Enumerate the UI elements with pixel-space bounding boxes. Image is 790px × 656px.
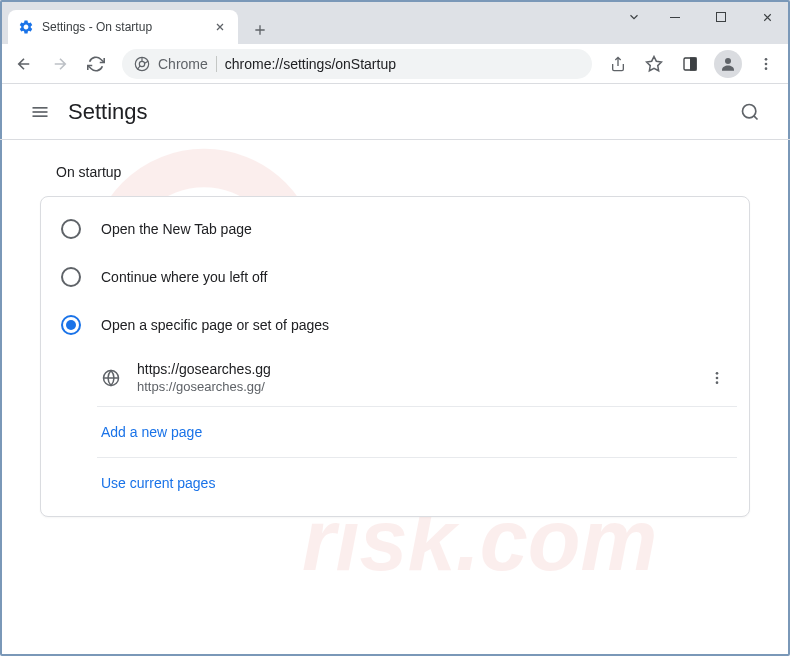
back-button[interactable] [8, 48, 40, 80]
svg-rect-14 [33, 107, 48, 109]
svg-point-6 [725, 58, 731, 64]
maximize-button[interactable] [698, 0, 744, 34]
radio-icon [61, 267, 81, 287]
address-bar[interactable]: Chrome chrome://settings/onStartup [122, 49, 592, 79]
divider [216, 56, 217, 72]
svg-rect-5 [691, 58, 696, 70]
side-panel-icon[interactable] [674, 48, 706, 80]
hamburger-menu-icon[interactable] [20, 92, 60, 132]
reload-button[interactable] [80, 48, 112, 80]
svg-point-21 [716, 381, 719, 384]
section-heading: On startup [40, 164, 750, 180]
new-tab-button[interactable] [246, 16, 274, 44]
bookmark-icon[interactable] [638, 48, 670, 80]
globe-icon [101, 368, 121, 388]
chrome-icon [134, 56, 150, 72]
svg-rect-1 [717, 13, 726, 22]
omnibox-origin: Chrome [158, 56, 208, 72]
more-icon[interactable] [701, 362, 733, 394]
svg-point-20 [716, 376, 719, 379]
radio-label: Open the New Tab page [101, 221, 252, 237]
page-name: https://gosearches.gg [137, 361, 685, 377]
omnibox-url: chrome://settings/onStartup [225, 56, 396, 72]
tab-title: Settings - On startup [42, 20, 204, 34]
share-icon[interactable] [602, 48, 634, 80]
svg-rect-15 [33, 111, 48, 113]
radio-label: Continue where you left off [101, 269, 267, 285]
use-current-pages-link[interactable]: Use current pages [97, 458, 737, 508]
page-title: Settings [68, 99, 148, 125]
radio-specific-pages[interactable]: Open a specific page or set of pages [41, 301, 749, 349]
gear-icon [18, 19, 34, 35]
svg-point-9 [765, 67, 768, 70]
radio-open-new-tab[interactable]: Open the New Tab page [41, 205, 749, 253]
search-icon[interactable] [730, 92, 770, 132]
add-page-link[interactable]: Add a new page [97, 407, 737, 458]
radio-icon [61, 315, 81, 335]
svg-rect-0 [670, 17, 680, 18]
forward-button[interactable] [44, 48, 76, 80]
radio-label: Open a specific page or set of pages [101, 317, 329, 333]
svg-rect-16 [33, 115, 48, 117]
radio-continue[interactable]: Continue where you left off [41, 253, 749, 301]
startup-page-row: https://gosearches.gg https://gosearches… [97, 349, 737, 407]
link-label: Add a new page [101, 424, 202, 440]
page-url: https://gosearches.gg/ [137, 379, 685, 394]
svg-point-17 [743, 104, 756, 117]
radio-icon [61, 219, 81, 239]
startup-card: Open the New Tab page Continue where you… [40, 196, 750, 517]
svg-point-3 [139, 61, 144, 66]
svg-point-8 [765, 62, 768, 65]
link-label: Use current pages [101, 475, 215, 491]
browser-tab[interactable]: Settings - On startup [8, 10, 238, 44]
close-window-button[interactable] [744, 0, 790, 34]
minimize-button[interactable] [652, 0, 698, 34]
svg-point-19 [716, 372, 719, 375]
menu-icon[interactable] [750, 48, 782, 80]
profile-avatar[interactable] [714, 50, 742, 78]
close-icon[interactable] [212, 19, 228, 35]
chevron-down-icon[interactable] [616, 0, 652, 34]
svg-point-7 [765, 58, 768, 61]
